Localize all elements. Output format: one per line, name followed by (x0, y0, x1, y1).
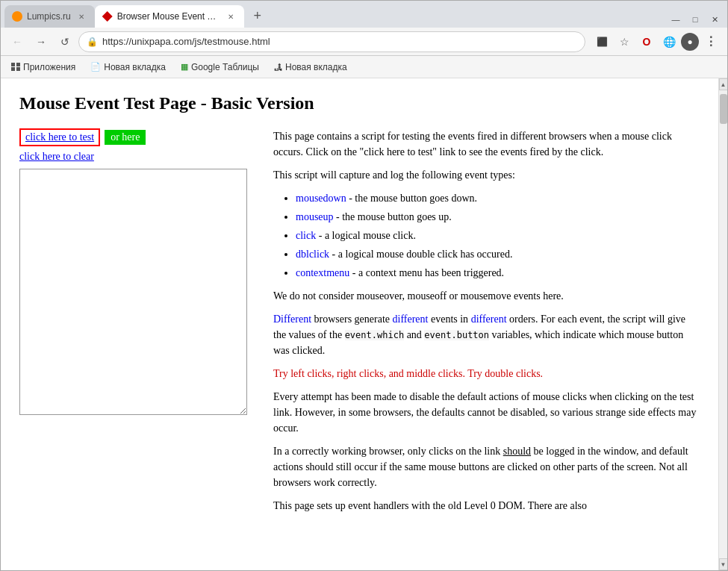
para6: Every attempt has been made to disable t… (273, 389, 700, 436)
event-click-text: - a logical mouse click. (316, 230, 416, 241)
para4: Different browsers generate different ev… (273, 311, 700, 358)
event-contextmenu: contextmenu - a context menu has been tr… (296, 265, 700, 281)
event-dblclick-text: - a logical mouse double click has occur… (329, 249, 512, 260)
bookmark-apps[interactable]: Приложения (7, 60, 80, 74)
tab-testpage-close-icon[interactable]: ✕ (225, 10, 237, 22)
event-mouseup-text: - the mouse button goes up. (334, 211, 452, 222)
para3: We do not consider mouseover, mouseoff o… (273, 288, 700, 304)
globe-icon[interactable]: 🌐 (659, 31, 679, 52)
profile-icon[interactable]: ● (681, 33, 699, 51)
page-icon-2: 🏞 (274, 63, 282, 72)
right-panel: This page contains a script for testing … (273, 128, 700, 521)
left-panel: click here to test or here click here to… (19, 128, 258, 521)
test-area: click here to test or here click here to… (19, 128, 700, 521)
event-log-area[interactable] (19, 169, 247, 415)
testpage-favicon-icon (102, 11, 113, 22)
page-title: Mouse Event Test Page - Basic Version (19, 93, 700, 113)
lock-icon: 🔒 (87, 37, 98, 47)
bookmark-new-tab-2-label: Новая вкладка (285, 62, 347, 72)
desc-para1: This page contains a script for testing … (273, 128, 700, 160)
event-mousedown: mousedown - the mouse button goes down. (296, 190, 700, 206)
opera-icon[interactable]: O (636, 31, 657, 52)
forward-button[interactable]: → (31, 31, 52, 52)
menu-icon[interactable]: ⋮ (700, 31, 721, 52)
screenshot-icon[interactable]: ⬛ (591, 31, 612, 52)
bookmark-sheets[interactable]: ▦ Google Таблицы (176, 60, 264, 74)
event-mousedown-text: - the mouse button goes down. (346, 193, 477, 204)
click-to-test-link[interactable]: click here to test (19, 128, 100, 146)
tab-testpage-label: Browser Mouse Event Test Page (117, 11, 220, 22)
bookmark-apps-label: Приложения (23, 62, 75, 72)
navigation-bar: ← → ↺ 🔒 https://unixpapa.com/js/testmous… (1, 28, 727, 56)
refresh-button[interactable]: ↺ (55, 31, 75, 52)
minimize-button[interactable]: — (666, 11, 685, 28)
scroll-thumb[interactable] (720, 94, 727, 124)
bookmark-new-tab-1-label: Новая вкладка (104, 62, 166, 72)
scroll-up-button[interactable]: ▲ (719, 78, 728, 90)
scroll-track (719, 90, 728, 558)
page-content: Mouse Event Test Page - Basic Version cl… (1, 78, 718, 570)
window-controls: — □ ✕ (666, 11, 727, 28)
tab-lumpics-label: Lumpics.ru (27, 11, 71, 22)
events-list: mousedown - the mouse button goes down. … (296, 190, 700, 281)
scroll-down-button[interactable]: ▼ (719, 558, 728, 570)
nav-icons: ⬛ ☆ O 🌐 ● ⋮ (591, 31, 721, 52)
bookmark-sheets-label: Google Таблицы (191, 62, 259, 72)
page-icon-1: 📄 (90, 62, 101, 72)
clear-link[interactable]: click here to clear (19, 151, 258, 163)
close-button[interactable]: ✕ (705, 11, 724, 28)
para7: In a correctly working browser, only cli… (273, 443, 700, 490)
desc-para2: This script will capture and log the fol… (273, 167, 700, 183)
event-mouseup: mouseup - the mouse button goes up. (296, 209, 700, 225)
tabs-bar: Lumpics.ru ✕ Browser Mouse Event Test Pa… (1, 1, 727, 28)
bookmark-star-icon[interactable]: ☆ (614, 31, 635, 52)
para5: Try left clicks, right clicks, and middl… (273, 366, 700, 381)
new-tab-button[interactable]: + (247, 5, 268, 26)
test-links-row: click here to test or here (19, 128, 258, 146)
tab-testpage[interactable]: Browser Mouse Event Test Page ✕ (95, 5, 244, 28)
tab-lumpics-close-icon[interactable]: ✕ (75, 10, 87, 22)
page-area: Mouse Event Test Page - Basic Version cl… (1, 78, 727, 570)
event-dblclick: dblclick - a logical mouse double click … (296, 246, 700, 262)
maximize-button[interactable]: □ (685, 11, 705, 28)
address-text: https://unixpapa.com/js/testmouse.html (102, 36, 577, 47)
tab-lumpics[interactable]: Lumpics.ru ✕ (4, 5, 95, 28)
back-button[interactable]: ← (7, 31, 28, 52)
address-bar[interactable]: 🔒 https://unixpapa.com/js/testmouse.html (78, 31, 585, 52)
para8: This page sets up event handlers with th… (273, 498, 700, 514)
browser-window: Lumpics.ru ✕ Browser Mouse Event Test Pa… (0, 0, 728, 571)
sheets-icon: ▦ (181, 62, 188, 72)
lumpics-favicon-icon (12, 11, 22, 22)
bookmark-new-tab-2[interactable]: 🏞 Новая вкладка (270, 60, 352, 74)
bookmarks-bar: Приложения 📄 Новая вкладка ▦ Google Табл… (1, 56, 727, 78)
apps-grid-icon (11, 63, 20, 72)
event-contextmenu-text: - a context menu has been triggered. (349, 267, 504, 278)
scrollbar: ▲ ▼ (718, 78, 727, 570)
event-click: click - a logical mouse click. (296, 228, 700, 243)
bookmark-new-tab-1[interactable]: 📄 Новая вкладка (86, 60, 170, 74)
or-here-link[interactable]: or here (105, 130, 146, 145)
